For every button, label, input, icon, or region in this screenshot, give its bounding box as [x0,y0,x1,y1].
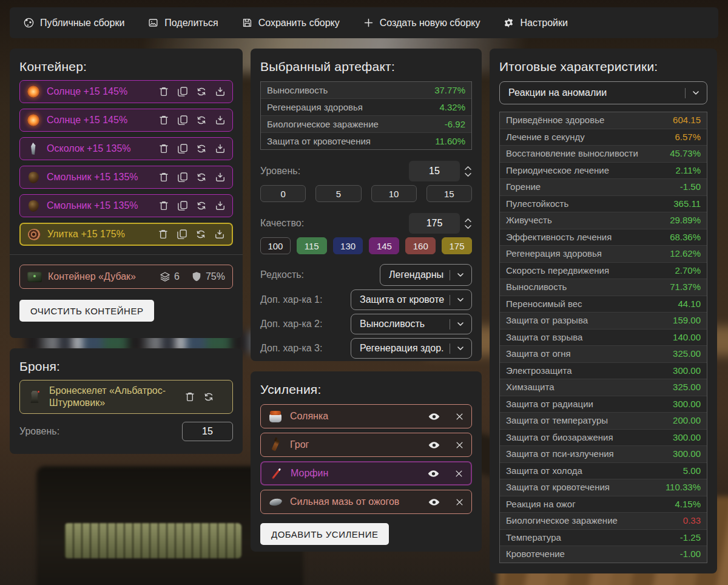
container-item[interactable]: Контейнер «Дубак» 6 75% [19,265,233,289]
container-artifact-row[interactable]: Смольник +15 135% [19,194,233,217]
refresh-icon[interactable] [195,114,207,126]
refresh-icon[interactable] [195,86,207,98]
stat-label: Биологическое заражение [506,516,618,526]
totals-filter-select[interactable]: Реакции на аномалии [499,81,707,104]
boost-row[interactable]: Солянка [260,404,472,428]
select-value: Регенерация здор... [360,343,444,354]
stat-label: Переносимый вес [506,299,582,309]
close-icon[interactable] [454,469,463,478]
quality-preset-button[interactable]: 145 [369,237,399,254]
close-icon[interactable] [455,498,464,507]
stat-label: Приведённое здоровье [506,115,604,126]
ointment-icon [268,495,283,509]
artifact-actions [157,228,226,240]
toolbar-button[interactable]: Поделиться [147,17,218,29]
level-preset-button[interactable]: 0 [260,185,306,202]
stat-label: Скорость передвижения [506,266,609,276]
eye-icon[interactable] [428,410,440,423]
container-name: Контейнер «Дубак» [48,271,148,282]
stat-label: Восстановление выносливости [506,149,638,159]
download-icon[interactable] [214,114,226,126]
stat-label: Пулестойкость [506,199,568,209]
boost-row[interactable]: Сильная мазь от ожогов [260,490,472,514]
copy-icon[interactable] [176,228,188,240]
extra-stat-select[interactable]: Выносливость [351,314,472,334]
level-input[interactable] [409,161,460,181]
rarity-select[interactable]: Легендарный [380,264,472,286]
toolbar-button[interactable]: Настройки [503,17,567,29]
syringe-icon [269,466,283,481]
copy-icon[interactable] [177,200,189,212]
download-icon[interactable] [214,228,226,240]
toolbar: Публичные сборки Поделиться Сохранить сб… [10,7,718,38]
stat-value: 2.70% [675,266,701,276]
boost-row[interactable]: Грог [260,433,472,457]
container-artifact-row[interactable]: Солнце +15 145% [19,80,233,103]
trash-icon[interactable] [158,171,170,183]
container-artifact-row[interactable]: Солнце +15 145% [19,109,233,132]
total-stat-row: Защита от кровотечения 110.33% [500,479,707,496]
quality-preset-button[interactable]: 160 [405,237,436,254]
stat-label: Регенерация здоровья [506,249,602,259]
trash-icon[interactable] [158,114,170,126]
refresh-icon[interactable] [195,200,207,212]
quality-preset-button[interactable]: 100 [260,237,291,254]
copy-icon[interactable] [177,171,189,183]
stat-value: -1.50 [680,182,701,192]
chevron-up-icon[interactable] [464,218,472,223]
eye-icon[interactable] [428,496,440,509]
container-artifact-row[interactable]: Улитка +15 175% [19,223,233,246]
trash-icon[interactable] [158,200,170,212]
toolbar-button[interactable]: Создать новую сборку [363,17,480,29]
quality-preset-button[interactable]: 175 [442,237,472,254]
copy-icon[interactable] [177,114,189,126]
copy-icon[interactable] [177,86,189,98]
toolbar-button[interactable]: Публичные сборки [23,17,124,29]
trash-icon[interactable] [158,86,170,98]
chevron-down-icon[interactable] [464,225,472,229]
quality-preset-button[interactable]: 130 [333,237,363,254]
download-icon[interactable] [214,171,226,183]
trash-icon[interactable] [184,391,196,403]
armor-level-input[interactable] [182,422,233,441]
trash-icon[interactable] [157,228,169,240]
close-icon[interactable] [455,441,464,450]
add-boost-button[interactable]: ДОБАВИТЬ УСИЛЕНИЕ [260,523,389,545]
armor-item-row[interactable]: Бронескелет «Альбатрос-Штурмовик» [19,380,233,414]
select-divider [450,343,450,354]
resin-artifact-icon [26,198,41,213]
level-preset-button[interactable]: 15 [426,185,472,202]
toolbar-button[interactable]: Сохранить сборку [241,17,340,29]
stat-value: 44.10 [678,299,701,309]
eye-icon[interactable] [427,467,440,480]
level-preset-button[interactable]: 10 [371,185,417,202]
level-preset-button[interactable]: 5 [315,185,361,202]
download-icon[interactable] [214,200,226,212]
stat-value: 140.00 [673,333,701,343]
artifact-actions [158,114,226,126]
quality-row: Качество: [260,213,472,234]
refresh-icon[interactable] [195,143,207,155]
total-stat-row: Защита от радиации 300.00 [500,396,707,413]
trash-icon[interactable] [158,143,170,155]
boost-row[interactable]: Морфин [260,461,472,485]
quality-input[interactable] [409,213,460,234]
container-artifact-row[interactable]: Осколок +15 135% [19,137,233,160]
quality-preset-button[interactable]: 115 [297,237,327,254]
download-icon[interactable] [214,143,226,155]
extra-stat-select[interactable]: Защита от кровоте... [351,289,472,310]
eye-icon[interactable] [428,439,440,451]
chevron-up-icon[interactable] [464,166,472,171]
refresh-icon[interactable] [203,391,215,403]
close-icon[interactable] [455,412,464,421]
container-artifact-row[interactable]: Смольник +15 135% [19,166,233,189]
level-label: Уровень: [260,166,300,177]
chevron-down-icon[interactable] [464,172,472,177]
copy-icon[interactable] [177,143,189,155]
extra-stat-select[interactable]: Регенерация здор... [351,338,472,359]
download-icon[interactable] [214,86,226,98]
refresh-icon[interactable] [195,171,207,183]
clear-container-button[interactable]: ОЧИСТИТЬ КОНТЕЙНЕР [19,300,154,322]
refresh-icon[interactable] [195,228,207,240]
chevron-down-icon [456,319,465,329]
